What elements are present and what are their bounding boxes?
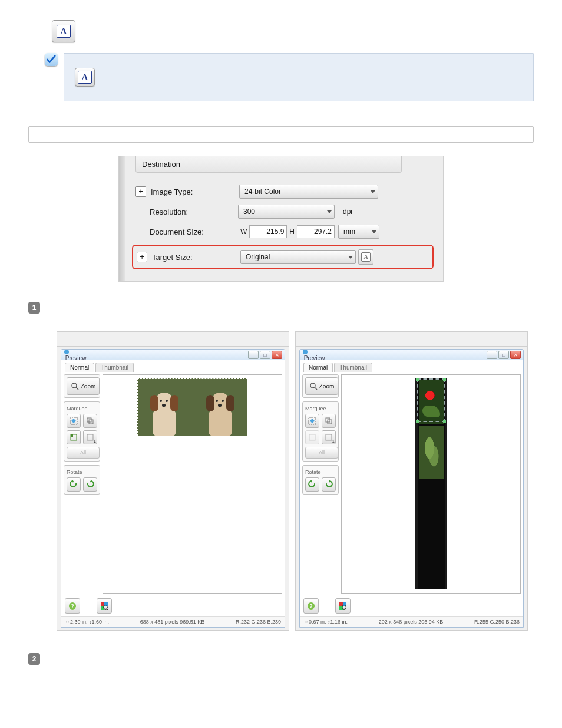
tab-normal[interactable]: Normal: [303, 363, 333, 372]
all-button[interactable]: All: [305, 447, 338, 459]
svg-rect-8: [87, 434, 93, 440]
sample-photo: [137, 378, 247, 436]
new-marquee-button: [305, 430, 319, 444]
preview-canvas[interactable]: [341, 374, 521, 594]
rotate-right-button[interactable]: [83, 477, 97, 492]
svg-point-16: [303, 350, 308, 354]
delete-marquee-button[interactable]: [83, 414, 97, 428]
rotate-left-button[interactable]: [67, 477, 81, 492]
orientation-button[interactable]: A: [358, 249, 373, 265]
rotate-left-icon: [308, 480, 317, 489]
svg-point-0: [64, 350, 69, 354]
magnifier-icon: [71, 382, 79, 390]
close-button[interactable]: ✕: [272, 351, 282, 359]
auto-marquee-button[interactable]: [67, 414, 81, 428]
copy-marquee-button[interactable]: 1: [83, 430, 97, 444]
marquee-label: Marquee: [67, 406, 97, 411]
rotate-left-icon: [69, 480, 78, 489]
expand-icon[interactable]: +: [135, 186, 146, 197]
delete-marquee-icon: [325, 417, 333, 425]
rotate-right-icon: [324, 480, 333, 489]
tab-thumbnail[interactable]: Thumbnail: [95, 363, 134, 372]
resolution-unit: dpi: [343, 207, 352, 216]
help-button[interactable]: ?: [303, 598, 319, 614]
rotate-left-button[interactable]: [305, 477, 319, 492]
maximize-button[interactable]: □: [498, 351, 509, 359]
close-button[interactable]: ✕: [510, 351, 521, 359]
help-icon: ?: [307, 602, 315, 610]
target-size-combo[interactable]: Original: [240, 250, 356, 264]
app-icon: [302, 349, 308, 355]
doc-unit-combo[interactable]: mm: [338, 225, 379, 239]
orientation-icon-button[interactable]: A: [52, 20, 75, 42]
image-type-combo[interactable]: 24-bit Color: [239, 185, 378, 199]
tab-thumbnail[interactable]: Thumbnail: [334, 363, 372, 372]
delete-marquee-button[interactable]: [322, 414, 336, 428]
zoom-button[interactable]: Zoom: [67, 377, 100, 395]
resolution-label: Resolution:: [150, 207, 238, 216]
expand-icon[interactable]: +: [137, 252, 147, 262]
svg-line-2: [76, 387, 78, 390]
svg-line-18: [315, 387, 317, 390]
resolution-row: Resolution: 300 dpi: [135, 205, 436, 219]
status-bar: ↔0.67 in. ↕1.16 in. 202 x 348 pixels 205…: [300, 616, 523, 627]
svg-rect-7: [71, 434, 73, 437]
auto-marquee-icon: [308, 417, 316, 425]
help-button[interactable]: ?: [65, 598, 80, 614]
svg-rect-11: [101, 602, 104, 606]
svg-rect-23: [326, 434, 332, 440]
chevron-down-icon: [327, 210, 332, 213]
new-marquee-icon: [70, 433, 78, 442]
preview-canvas[interactable]: [103, 374, 282, 594]
auto-marquee-icon: [70, 417, 78, 425]
letter-a-icon: A: [361, 252, 371, 262]
target-size-row-highlighted: + Target Size: Original A: [132, 245, 434, 269]
svg-rect-26: [339, 602, 343, 606]
rotate-label: Rotate: [305, 469, 336, 475]
densitometer-button[interactable]: [97, 598, 112, 614]
densitometer-button[interactable]: [335, 598, 351, 614]
resolution-combo[interactable]: 300: [238, 205, 335, 219]
rotate-right-button[interactable]: [322, 477, 336, 492]
image-type-label: Image Type:: [151, 187, 239, 196]
tab-normal[interactable]: Normal: [65, 363, 94, 372]
destination-group-title: Destination: [135, 156, 402, 173]
window-titlebar: Preview ─ □ ✕: [300, 350, 523, 360]
svg-rect-22: [309, 434, 315, 440]
note-check-icon: [45, 53, 58, 66]
maximize-button[interactable]: □: [260, 351, 270, 359]
letter-a-icon: A: [78, 71, 92, 84]
densitometer-icon: [100, 602, 108, 610]
auto-marquee-button[interactable]: [305, 414, 319, 428]
new-marquee-icon: [308, 433, 316, 442]
svg-point-17: [310, 383, 315, 388]
status-bar: ↔2.30 in. ↕1.60 in. 688 x 481 pixels 969…: [61, 616, 285, 627]
rotate-right-icon: [85, 480, 95, 489]
preview-film-example: Preview ─ □ ✕ Normal Thumbnail: [295, 331, 528, 631]
chevron-down-icon: [371, 190, 375, 193]
image-type-row: + Image Type: 24-bit Color: [135, 185, 436, 199]
densitometer-icon: [339, 602, 347, 610]
doc-width-field[interactable]: 215.9: [249, 225, 287, 238]
app-icon: [64, 349, 70, 355]
section-heading-placeholder: [28, 126, 534, 143]
magnifier-icon: [309, 382, 318, 390]
destination-panel: Destination + Image Type: 24-bit Color R…: [118, 156, 444, 282]
marquee-selection[interactable]: [417, 378, 445, 422]
page-edge-guide: [544, 0, 544, 728]
svg-text:?: ?: [71, 603, 74, 609]
target-size-label: Target Size:: [152, 253, 240, 262]
doc-height-field[interactable]: 297.2: [297, 225, 335, 238]
marquee-label: Marquee: [305, 406, 336, 411]
zoom-button[interactable]: Zoom: [305, 377, 338, 395]
document-size-row: Document Size: W 215.9 H 297.2 mm: [135, 225, 436, 239]
help-icon: ?: [68, 602, 77, 610]
all-button[interactable]: All: [67, 447, 100, 459]
copy-marquee-button[interactable]: 1: [322, 430, 336, 444]
svg-point-1: [72, 383, 77, 388]
minimize-button[interactable]: ─: [248, 351, 259, 359]
document-size-label: Document Size:: [150, 228, 238, 236]
new-marquee-button[interactable]: [67, 430, 81, 444]
minimize-button[interactable]: ─: [487, 351, 497, 359]
rotate-label: Rotate: [67, 469, 97, 475]
